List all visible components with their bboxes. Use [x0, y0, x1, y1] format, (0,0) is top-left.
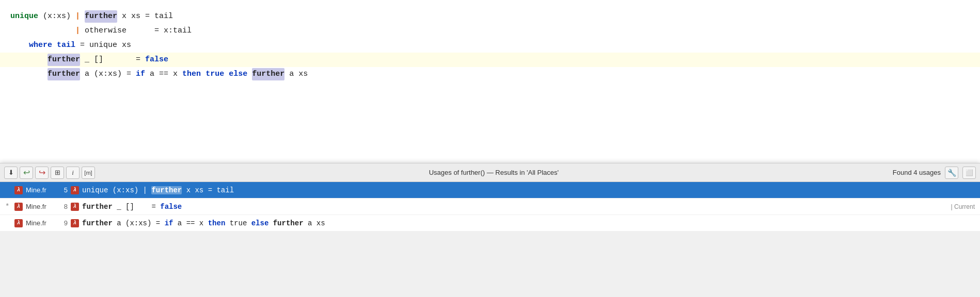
- info-icon: i: [72, 169, 74, 177]
- plain-5: [52, 39, 57, 52]
- collapse-icon: ⬇: [8, 169, 14, 176]
- result-row-1[interactable]: λ Mine.fr 5 λ unique (x:xs) | further x …: [0, 182, 980, 199]
- code-type-icon-1: λ: [71, 186, 79, 194]
- plain-1: (x:xs): [38, 10, 75, 23]
- plain-11: [224, 68, 229, 80]
- group-icon: ⊞: [55, 169, 60, 176]
- code-type-icon-3: λ: [71, 219, 79, 227]
- code-false-2: false: [160, 203, 182, 211]
- code-line-4: further _ [] = false: [0, 53, 980, 67]
- info-button[interactable]: i: [66, 167, 80, 179]
- code-type-icon-2: λ: [71, 203, 79, 211]
- gear-icon: 🔧: [947, 169, 956, 177]
- plain-2: [80, 10, 85, 23]
- asterisk-2: *: [5, 203, 11, 211]
- kw-where: where: [29, 39, 52, 52]
- further-highlight-3: further: [48, 68, 80, 80]
- indent-3: [10, 39, 29, 52]
- line-num-2: 8: [57, 203, 68, 210]
- kw-else-1: else: [229, 68, 247, 80]
- next-occurrence-button[interactable]: ↪: [35, 167, 49, 179]
- kw-then-1: then: [182, 68, 201, 80]
- code-further-1: further: [151, 186, 182, 194]
- code-text-2a: _ [] =: [113, 203, 160, 211]
- code-icon-container-1: λ: [71, 186, 79, 194]
- code-line-2: | otherwise = x:tail: [0, 24, 980, 38]
- code-further-3b: further: [273, 219, 304, 227]
- plain-7: _ [] =: [80, 54, 145, 66]
- further-highlight-1: further: [85, 10, 117, 23]
- module-icon: [m]: [84, 170, 92, 176]
- group-button[interactable]: ⊞: [51, 167, 64, 179]
- line-num-3: 9: [57, 219, 68, 227]
- collapse-button[interactable]: ⬇: [4, 167, 18, 179]
- asterisk-3: [5, 219, 11, 227]
- code-text-3c: true: [225, 219, 251, 227]
- code-text-3e: a xs: [304, 219, 325, 227]
- kw-if-1: if: [136, 68, 145, 80]
- pipe-2: |: [75, 25, 80, 37]
- current-label: | Current: [951, 203, 975, 210]
- plain-8: a (x:xs) =: [80, 68, 136, 80]
- find-results: λ Mine.fr 5 λ unique (x:xs) | further x …: [0, 182, 980, 232]
- indent-4: [10, 54, 48, 66]
- toolbar-right: Found 4 usages 🔧 ⬜: [893, 167, 976, 179]
- file-name-3: Mine.fr: [26, 219, 54, 227]
- expand-icon: ⬜: [966, 169, 973, 176]
- kw-true-1: true: [206, 68, 224, 80]
- eq-1: = tail: [145, 10, 173, 23]
- file-name-2: Mine.fr: [26, 203, 54, 210]
- file-icon-container-2: λ: [14, 203, 23, 211]
- code-else-3: else: [251, 219, 269, 227]
- editor-area: unique (x:xs) | further x xs = tail | ot…: [0, 0, 980, 297]
- result-code-3: further a (x:xs) = if a == x then true e…: [82, 219, 325, 227]
- code-if-3: if: [165, 219, 173, 227]
- pipe-1: |: [75, 10, 80, 23]
- plain-13: a xs: [284, 68, 308, 80]
- plain-10: [201, 68, 206, 80]
- plain-3: x xs: [117, 10, 145, 23]
- indent-2: [10, 25, 75, 37]
- result-row-2[interactable]: * λ Mine.fr 8 λ further _ [] = false | C…: [0, 199, 980, 215]
- next-icon: ↪: [39, 168, 45, 177]
- plain-12: [247, 68, 252, 80]
- file-type-icon-1: λ: [14, 186, 23, 194]
- prev-icon: ↩: [23, 168, 30, 177]
- kw-unique: unique: [10, 10, 38, 23]
- plain-4: otherwise = x:tail: [80, 25, 192, 37]
- found-count: Found 4 usages: [893, 169, 941, 176]
- find-panel-title: Usages of further() — Results in 'All Pl…: [97, 169, 891, 176]
- file-icon-container-1: λ: [14, 186, 23, 194]
- code-then-3: then: [208, 219, 226, 227]
- code-text-3d: [268, 219, 273, 227]
- code-icon-container-2: λ: [71, 203, 79, 211]
- code-content: unique (x:xs) | further x xs = tail | ot…: [0, 5, 980, 81]
- further-highlight-4: further: [252, 68, 284, 80]
- prev-occurrence-button[interactable]: ↩: [20, 167, 33, 179]
- file-icon-container-3: λ: [14, 219, 23, 227]
- result-row-3[interactable]: λ Mine.fr 9 λ further a (x:xs) = if a ==…: [0, 215, 980, 232]
- expand-button[interactable]: ⬜: [962, 167, 976, 179]
- indent-5: [10, 68, 48, 80]
- code-line-5: further a (x:xs) = if a == x then true e…: [0, 67, 980, 81]
- code-text-1b: x xs = tail: [182, 186, 234, 194]
- plain-6: = unique xs: [75, 39, 131, 52]
- further-highlight-2: further: [48, 54, 80, 66]
- code-text-3a: a (x:xs) =: [113, 219, 165, 227]
- code-text-3b: a == x: [173, 219, 208, 227]
- kw-false-1: false: [145, 54, 168, 66]
- kw-tail-1: tail: [57, 39, 75, 52]
- module-button[interactable]: [m]: [82, 167, 95, 179]
- asterisk-1: [5, 186, 11, 194]
- result-code-2: further _ [] = false: [82, 203, 182, 211]
- file-type-icon-3: λ: [14, 219, 23, 227]
- settings-button[interactable]: 🔧: [945, 167, 958, 179]
- find-panel: ⬇ ↩ ↪ ⊞ i [m] Usages of further() — Resu…: [0, 163, 980, 297]
- code-text-1a: unique (x:xs) |: [82, 186, 151, 194]
- result-code-1: unique (x:xs) | further x xs = tail: [82, 186, 234, 194]
- file-name-1: Mine.fr: [26, 186, 54, 194]
- find-toolbar: ⬇ ↩ ↪ ⊞ i [m] Usages of further() — Resu…: [0, 163, 980, 182]
- code-icon-container-3: λ: [71, 219, 79, 227]
- code-further-2: further: [82, 203, 113, 211]
- plain-9: a == x: [145, 68, 182, 80]
